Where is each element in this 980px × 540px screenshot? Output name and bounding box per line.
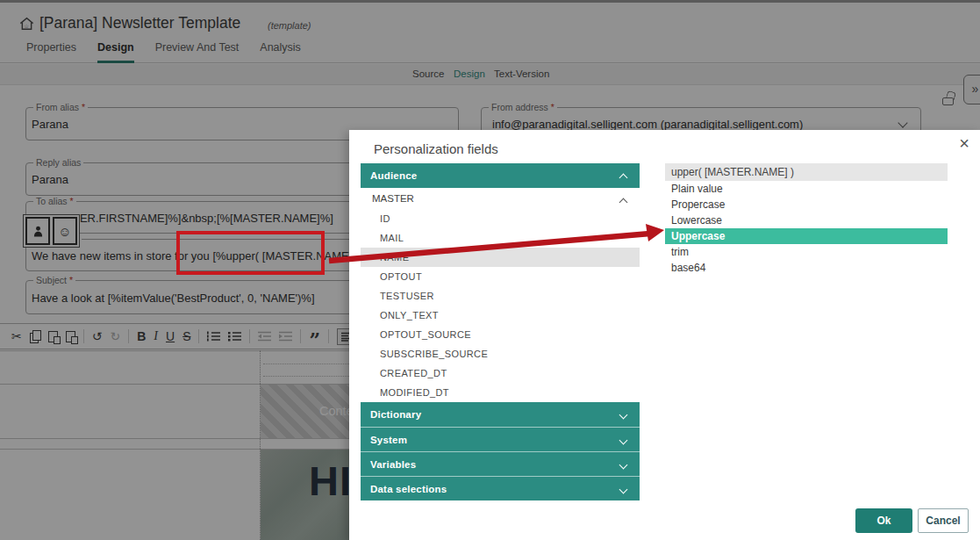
field-item-id[interactable]: ID	[361, 209, 640, 228]
chevron-up-icon	[619, 174, 628, 183]
format-panel: upper( [MASTER.NAME] ) Plain value Prope…	[665, 163, 948, 276]
format-option-trim[interactable]: trim	[665, 244, 948, 260]
format-option-uppercase[interactable]: Uppercase	[665, 228, 948, 244]
ok-button[interactable]: Ok	[855, 508, 912, 533]
format-option-base64[interactable]: base64	[665, 260, 948, 276]
screenshot-root: ☆ [Parana] Newsletter Template (template…	[0, 0, 980, 540]
field-item-testuser[interactable]: TESTUSER	[361, 286, 640, 306]
chevron-down-icon	[619, 486, 628, 494]
close-icon[interactable]: ×	[959, 134, 969, 152]
expression-preview: upper( [MASTER.NAME] )	[665, 163, 948, 181]
accordion-section-data-selections[interactable]: Data selections	[361, 476, 640, 500]
master-field-list: ID MAIL NAME OPTOUT TESTUSER ONLY_TEXT O…	[361, 209, 640, 402]
field-item-mail[interactable]: MAIL	[361, 228, 640, 248]
chevron-down-icon	[619, 461, 628, 470]
dialog-title: Personalization fields	[374, 141, 498, 156]
accordion-section-system[interactable]: System	[361, 427, 640, 451]
personalization-fields-dialog: Personalization fields × Audience MASTER…	[349, 130, 980, 540]
chevron-down-icon	[619, 411, 628, 420]
field-item-only-text[interactable]: ONLY_TEXT	[361, 306, 640, 325]
field-item-optout[interactable]: OPTOUT	[361, 267, 640, 286]
format-option-propercase[interactable]: Propercase	[665, 197, 948, 212]
accordion-section-variables[interactable]: Variables	[361, 451, 640, 476]
field-item-modified-dt[interactable]: MODIFIED_DT	[361, 383, 640, 402]
audience-group-master[interactable]: MASTER	[361, 188, 640, 209]
chevron-up-icon	[619, 198, 628, 207]
field-item-name[interactable]: NAME	[361, 248, 640, 267]
field-item-subscribe-source[interactable]: SUBSCRIBE_SOURCE	[361, 344, 640, 364]
format-option-lowercase[interactable]: Lowercase	[665, 212, 948, 228]
chevron-down-icon	[619, 436, 628, 445]
field-item-optout-source[interactable]: OPTOUT_SOURCE	[361, 325, 640, 344]
accordion-section-dictionary[interactable]: Dictionary	[361, 402, 640, 427]
field-source-accordion: Audience MASTER ID MAIL NAME OPTOUT TEST…	[361, 163, 640, 500]
accordion-section-audience[interactable]: Audience	[361, 163, 640, 188]
format-option-plain-value[interactable]: Plain value	[665, 181, 948, 197]
field-item-created-dt[interactable]: CREATED_DT	[361, 364, 640, 383]
cancel-button[interactable]: Cancel	[918, 508, 969, 533]
